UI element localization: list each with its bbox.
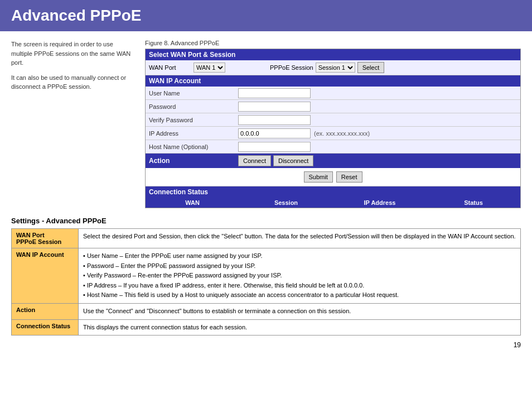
verify-password-input-wrap xyxy=(238,115,311,125)
connect-button[interactable]: Connect xyxy=(238,155,271,166)
left-panel: The screen is required in order to use m… xyxy=(11,40,134,208)
col-wan: WAN xyxy=(146,199,239,206)
password-input-wrap xyxy=(238,102,311,112)
page-header: Advanced PPPoE xyxy=(0,0,532,31)
settings-key: Action xyxy=(12,303,79,319)
host-name-row: Host Name (Optional) xyxy=(146,140,520,154)
settings-value: Use the "Connect" and "Disconnect" butto… xyxy=(79,303,521,319)
host-name-input-wrap xyxy=(238,142,311,152)
host-name-label: Host Name (Optional) xyxy=(149,143,238,150)
conn-status-cols: WAN Session IP Address Status xyxy=(146,198,520,208)
figure-label: Figure 8. Advanced PPPoE xyxy=(145,40,521,46)
conn-status-header: Connection Status xyxy=(146,186,520,198)
settings-value: • User Name – Enter the PPPoE user name … xyxy=(79,248,521,304)
username-input[interactable] xyxy=(238,88,311,98)
action-label: Action xyxy=(149,157,238,165)
password-row: Password xyxy=(146,100,520,113)
page-number: 19 xyxy=(0,336,532,354)
ip-address-row: IP Address (ex. xxx.xxx.xxx.xxx) xyxy=(146,127,520,140)
password-input[interactable] xyxy=(238,102,311,112)
verify-password-row: Verify Password xyxy=(146,113,520,127)
disconnect-button[interactable]: Disconnect xyxy=(273,155,313,166)
username-row: User Name xyxy=(146,87,520,100)
wan-port-row: WAN Port WAN 1 WAN 2 PPPoE Session Sessi… xyxy=(146,60,520,75)
settings-key: Connection Status xyxy=(12,319,79,336)
left-para2: It can also be used to manually connect … xyxy=(11,73,134,92)
left-para1: The screen is required in order to use m… xyxy=(11,40,134,68)
settings-key: WAN IP Account xyxy=(12,248,79,304)
wan-port-label: WAN Port xyxy=(149,64,194,71)
ip-address-input[interactable] xyxy=(238,128,311,138)
ip-address-hint: (ex. xxx.xxx.xxx.xxx) xyxy=(314,130,370,137)
right-panel: Figure 8. Advanced PPPoE Select WAN Port… xyxy=(145,40,521,208)
username-label: User Name xyxy=(149,90,238,97)
page-title: Advanced PPPoE xyxy=(11,7,521,25)
reset-button[interactable]: Reset xyxy=(336,171,362,183)
col-status: Status xyxy=(427,199,520,206)
settings-section: Settings - Advanced PPPoE WAN PortPPPoE … xyxy=(0,217,532,336)
settings-key: WAN PortPPPoE Session xyxy=(12,229,79,248)
action-header: Action Connect Disconnect xyxy=(146,154,520,168)
settings-title: Settings - Advanced PPPoE xyxy=(11,217,521,225)
submit-button[interactable]: Submit xyxy=(304,171,333,183)
submit-row: Submit Reset xyxy=(146,168,520,186)
verify-password-input[interactable] xyxy=(238,115,311,125)
verify-password-label: Verify Password xyxy=(149,117,238,123)
section2-header: WAN IP Account xyxy=(146,75,520,87)
ip-address-input-wrap xyxy=(238,128,311,138)
pppoe-session-label: PPPoE Session xyxy=(270,64,313,71)
settings-table: WAN PortPPPoE SessionSelect the desired … xyxy=(11,228,521,336)
section1-header: Select WAN Port & Session xyxy=(146,49,520,60)
settings-value: Select the desired Port and Session, the… xyxy=(79,229,521,248)
host-name-input[interactable] xyxy=(238,142,311,152)
col-ip: IP Address xyxy=(333,199,427,206)
ip-address-label: IP Address xyxy=(149,130,238,137)
settings-row: WAN PortPPPoE SessionSelect the desired … xyxy=(12,229,521,248)
settings-value: This displays the current connection sta… xyxy=(79,319,521,336)
username-input-wrap xyxy=(238,88,311,98)
settings-row: ActionUse the "Connect" and "Disconnect"… xyxy=(12,303,521,319)
main-content: The screen is required in order to use m… xyxy=(0,31,532,217)
select-button[interactable]: Select xyxy=(357,62,385,73)
settings-row: Connection StatusThis displays the curre… xyxy=(12,319,521,336)
password-label: Password xyxy=(149,103,238,110)
settings-row: WAN IP Account• User Name – Enter the PP… xyxy=(12,248,521,304)
pppoe-session-select[interactable]: Session 1 Session 2 xyxy=(316,63,355,73)
form-container: Select WAN Port & Session WAN Port WAN 1… xyxy=(145,49,521,208)
col-session: Session xyxy=(239,199,333,206)
wan-port-select[interactable]: WAN 1 WAN 2 xyxy=(194,63,225,73)
